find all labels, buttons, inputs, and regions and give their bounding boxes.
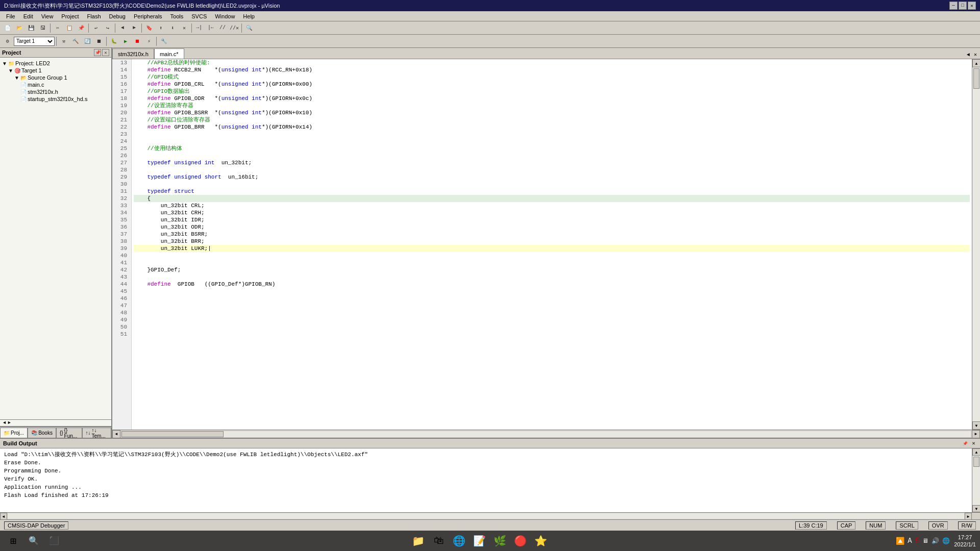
scroll-thumb[interactable] (973, 68, 979, 89)
stop-build-btn[interactable]: ⏹ (93, 36, 105, 47)
undo-btn[interactable]: ↩ (90, 22, 102, 34)
copy-btn[interactable]: 📋 (64, 22, 75, 34)
build-hscroll-track[interactable] (8, 513, 964, 519)
tab-close-btn[interactable]: ✕ (973, 52, 978, 58)
panel-close-btn[interactable]: ✕ (102, 49, 109, 56)
menu-item-peripherals[interactable]: Peripherals (130, 12, 166, 20)
prev-bookmark-btn[interactable]: ⬆ (155, 22, 166, 34)
build-btn[interactable]: 🔨 (70, 36, 81, 47)
tree-item-mainc[interactable]: 📄 main.c (0, 81, 111, 88)
hscroll-left-btn[interactable]: ◄ (112, 430, 120, 438)
build-pin-btn[interactable]: 📌 (962, 440, 969, 447)
build-hscroll[interactable]: ◄ ► (0, 512, 980, 519)
scroll-left-btn[interactable]: ◄ (2, 420, 7, 425)
panel-pin-btn[interactable]: 📌 (94, 49, 101, 56)
indent-btn[interactable]: →| (193, 22, 205, 34)
cut-btn[interactable]: ✂ (52, 22, 63, 34)
minimize-button[interactable]: ─ (949, 2, 958, 10)
target-options-btn[interactable]: ⚙ (2, 36, 13, 47)
code-editor[interactable]: 1314151617181920212223242526272829303132… (112, 59, 980, 430)
hscroll-right-btn[interactable]: ► (972, 430, 980, 438)
menu-item-tools[interactable]: Tools (166, 12, 188, 20)
taskbar-app-explorer[interactable]: 📁 (409, 532, 428, 550)
next-bookmark-btn[interactable]: ⬇ (167, 22, 178, 34)
build-scroll-thumb[interactable] (973, 457, 979, 467)
tree-item-project[interactable]: ▼ 📁 Project: LED2 (0, 60, 111, 67)
flash-btn[interactable]: ⚡ (143, 36, 155, 47)
menu-item-file[interactable]: File (2, 12, 19, 20)
menu-item-window[interactable]: Window (211, 12, 239, 20)
hscroll-thumb[interactable] (121, 431, 224, 437)
close-button[interactable]: ✕ (968, 2, 976, 10)
clock-area[interactable]: 17:27 2022/1/1 (954, 534, 976, 548)
tree-item-stm32h[interactable]: 📄 stm32f10x.h (0, 88, 111, 95)
uncomment-btn[interactable]: //✕ (229, 22, 240, 34)
tab-pin-btn[interactable]: ◄ (966, 52, 971, 58)
tab-stm32[interactable]: stm32f10x.h (112, 48, 154, 59)
code-content[interactable]: //APB2总线的时钟使能: #define RCCB2_RN *(unsign… (132, 59, 972, 430)
taskbar-app-green[interactable]: 🌿 (491, 532, 509, 550)
run-btn[interactable]: ▶ (120, 36, 131, 47)
tree-item-startup[interactable]: 📄 startup_stm32f10x_hd.s (0, 95, 111, 103)
tree-item-target[interactable]: ▼ 🎯 Target 1 (0, 67, 111, 74)
nav-fwd-btn[interactable]: ► (129, 22, 140, 34)
menu-item-svcs[interactable]: SVCS (187, 12, 211, 20)
save-btn[interactable]: 💾 (26, 22, 37, 34)
find-btn[interactable]: 🔍 (243, 22, 255, 34)
bookmark-btn[interactable]: 🔖 (143, 22, 155, 34)
save-all-btn[interactable]: 🖫 (37, 22, 48, 34)
panel-scroll-row: ◄ ► (0, 419, 111, 427)
scroll-track[interactable] (972, 67, 980, 421)
redo-btn[interactable]: ↪ (102, 22, 113, 34)
build-scroll-down[interactable]: ▼ (972, 505, 980, 512)
hscroll-track[interactable] (121, 431, 971, 437)
proj-tab-2[interactable]: {}{} Fun... (56, 428, 82, 438)
clear-bookmark-btn[interactable]: ✕ (179, 22, 190, 34)
open-btn[interactable]: 📂 (14, 22, 25, 34)
menu-item-project[interactable]: Project (57, 12, 83, 20)
menu-item-flash[interactable]: Flash (83, 12, 105, 20)
taskbar-app-yellow[interactable]: ⭐ (532, 532, 550, 550)
build-vscroll[interactable]: ▲ ▼ (972, 448, 980, 512)
taskbar-app-red[interactable]: 🔴 (511, 532, 530, 550)
new-file-btn[interactable]: 📄 (2, 22, 13, 34)
target-select[interactable]: Target 1 (14, 37, 55, 46)
scroll-right-btn[interactable]: ► (7, 420, 11, 425)
code-line-25: //使用结构体 (134, 145, 970, 152)
build-hscroll-left[interactable]: ◄ (0, 513, 7, 520)
compile-btn[interactable]: ⚒ (58, 36, 69, 47)
stop-btn[interactable]: ⏹ (132, 36, 143, 47)
menu-item-debug[interactable]: Debug (105, 12, 130, 20)
build-scroll-up[interactable]: ▲ (972, 448, 980, 456)
search-button[interactable]: 🔍 (24, 532, 43, 550)
tab-mainc[interactable]: main.c* (154, 48, 184, 59)
outdent-btn[interactable]: |← (205, 22, 216, 34)
maximize-button[interactable]: □ (959, 2, 967, 10)
build-close-btn[interactable]: ✕ (970, 440, 977, 447)
paste-btn[interactable]: 📌 (76, 22, 87, 34)
proj-tab-0[interactable]: 📁Proj... (0, 428, 28, 438)
taskbar-app-edge[interactable]: 🌐 (450, 532, 469, 550)
horizontal-scrollbar[interactable]: ◄ ► (112, 430, 980, 438)
scroll-up-btn[interactable]: ▲ (972, 59, 980, 67)
debug-btn[interactable]: 🐛 (108, 36, 119, 47)
menu-item-view[interactable]: View (37, 12, 58, 20)
menu-item-help[interactable]: Help (239, 12, 259, 20)
nav-back-btn[interactable]: ◄ (117, 22, 128, 34)
scroll-down-btn[interactable]: ▼ (972, 421, 980, 430)
vertical-scrollbar[interactable]: ▲ ▼ (972, 59, 980, 430)
rebuild-btn[interactable]: 🔄 (82, 36, 93, 47)
proj-tab-3[interactable]: ↑↓↑↓ Tem... (82, 428, 111, 438)
periph-btn[interactable]: 🔧 (158, 36, 169, 47)
proj-tab-1[interactable]: 📚Books (28, 428, 56, 438)
taskbar-app-store[interactable]: 🛍 (430, 532, 448, 550)
start-button[interactable]: ⊞ (4, 532, 22, 550)
comment-btn[interactable]: // (217, 22, 228, 34)
menu-item-edit[interactable]: Edit (19, 12, 37, 20)
build-hscroll-right[interactable]: ► (965, 513, 972, 520)
tray-icon-1: 🔼 (896, 537, 904, 545)
tree-item-sourcegroup[interactable]: ▼ 📂 Source Group 1 (0, 74, 111, 81)
taskview-button[interactable]: ⬛ (45, 532, 63, 550)
taskbar-app-notepad[interactable]: 📝 (471, 532, 489, 550)
build-scroll-track[interactable] (972, 456, 980, 505)
